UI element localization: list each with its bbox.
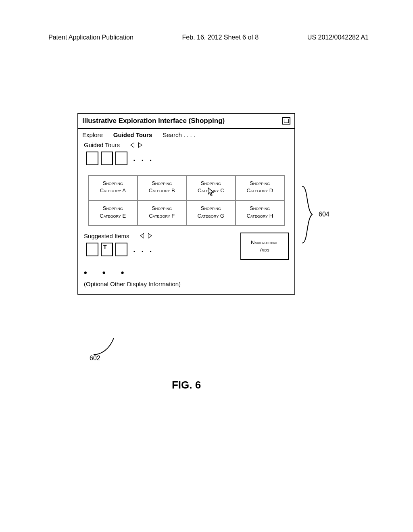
category-line1: Shopping — [189, 180, 233, 187]
chevron-right-icon[interactable] — [148, 233, 152, 239]
nav-aids-line1: Navigational — [251, 239, 278, 245]
category-line1: Shopping — [91, 205, 135, 212]
suggested-section: Suggested Items T . . . Navigational — [78, 230, 294, 265]
window-title: Illustrative Exploration Interface (Shop… — [82, 117, 225, 125]
suggested-thumb[interactable] — [86, 243, 98, 256]
category-cell-e[interactable]: Shopping Category E — [88, 200, 138, 225]
guided-tours-section: Guided Tours . . . — [78, 140, 294, 172]
category-line1: Shopping — [189, 205, 233, 212]
suggested-items-label: Suggested Items — [84, 233, 129, 239]
tour-thumb[interactable] — [101, 152, 113, 165]
category-cell-b[interactable]: Shopping Category B — [138, 175, 187, 200]
guided-tours-thumbs: . . . — [84, 150, 289, 169]
category-cell-g[interactable]: Shopping Category G — [186, 200, 236, 225]
ref-label-602: 602 — [90, 355, 100, 362]
ellipsis-icon: . . . — [133, 156, 154, 160]
category-grid-section: Shopping Category A Shopping Category B … — [78, 175, 294, 230]
category-line2: Category G — [189, 212, 233, 220]
category-line2: Category H — [238, 212, 282, 220]
guided-tours-pager — [130, 142, 142, 148]
category-line2: Category A — [91, 187, 135, 194]
header-left: Patent Application Publication — [48, 34, 133, 41]
tab-explore[interactable]: Explore — [82, 131, 103, 138]
chevron-left-icon[interactable] — [130, 142, 134, 148]
category-line1: Shopping — [238, 180, 282, 187]
header-right: US 2012/0042282 A1 — [307, 34, 369, 41]
category-line2: Category B — [140, 187, 184, 194]
title-bar: Illustrative Exploration Interface (Shop… — [78, 114, 294, 129]
category-cell-h[interactable]: Shopping Category H — [236, 200, 285, 225]
suggested-thumb[interactable] — [115, 243, 127, 256]
tab-search[interactable]: Search . . . . — [163, 131, 195, 138]
category-line1: Shopping — [140, 180, 184, 187]
ref-label-604: 604 — [319, 211, 330, 218]
category-line1: Shopping — [91, 180, 135, 187]
nav-aids-line2: Aids — [260, 247, 269, 253]
footer-section: • • • (Optional Other Display Informatio… — [78, 265, 294, 294]
guided-tours-label: Guided Tours — [84, 141, 120, 148]
pointer-icon — [90, 341, 122, 357]
ellipsis-bullets: • • • — [84, 268, 289, 278]
category-cell-a[interactable]: Shopping Category A — [88, 175, 138, 200]
tour-thumb[interactable] — [86, 152, 98, 165]
category-cell-c[interactable]: Shopping Category C — [186, 175, 236, 200]
suggested-thumb[interactable]: T — [101, 243, 113, 256]
thumb-letter: T — [103, 244, 107, 250]
category-line2: Category E — [91, 212, 135, 220]
navigational-aids-panel[interactable]: Navigational Aids — [240, 233, 289, 260]
category-line2: Category F — [140, 212, 184, 220]
chevron-left-icon[interactable] — [140, 233, 144, 239]
cursor-icon — [207, 187, 215, 198]
brace-icon — [300, 185, 316, 244]
tab-guided-tours[interactable]: Guided Tours — [113, 131, 152, 138]
category-grid: Shopping Category A Shopping Category B … — [88, 175, 285, 226]
ellipsis-icon: . . . — [133, 247, 154, 251]
category-line1: Shopping — [140, 205, 184, 212]
suggested-pager — [140, 233, 152, 239]
suggested-thumbs: T . . . — [84, 241, 240, 260]
page-header: Patent Application Publication Feb. 16, … — [0, 34, 413, 41]
chevron-right-icon[interactable] — [138, 142, 142, 148]
tab-bar: Explore Guided Tours Search . . . . — [78, 129, 294, 140]
category-cell-f[interactable]: Shopping Category F — [138, 200, 187, 225]
maximize-icon[interactable] — [282, 117, 290, 125]
footer-text: (Optional Other Display Information) — [84, 281, 289, 287]
category-line2: Category D — [238, 187, 282, 194]
app-window: Illustrative Exploration Interface (Shop… — [77, 113, 295, 295]
figure-area: Illustrative Exploration Interface (Shop… — [77, 113, 336, 295]
category-line1: Shopping — [238, 205, 282, 212]
figure-caption: FIG. 6 — [77, 379, 295, 391]
tour-thumb[interactable] — [115, 152, 127, 165]
header-center: Feb. 16, 2012 Sheet 6 of 8 — [182, 34, 259, 41]
category-cell-d[interactable]: Shopping Category D — [236, 175, 285, 200]
